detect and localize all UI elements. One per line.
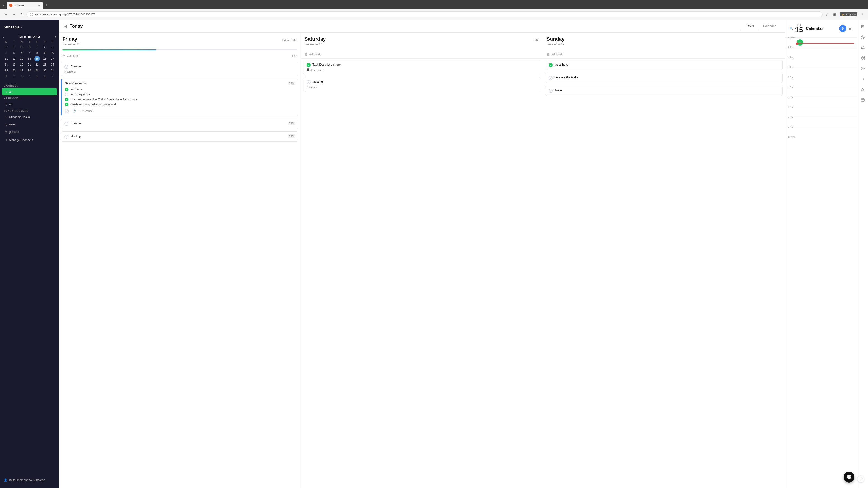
task-exercise-fri-2[interactable]: Exercise 0:15: [61, 119, 298, 129]
task-travel[interactable]: Travel: [545, 86, 782, 96]
more-icon[interactable]: ⋯: [78, 109, 81, 112]
cal-day[interactable]: 17: [50, 56, 55, 61]
task-meeting-fri[interactable]: Meeting 0:25: [61, 131, 298, 142]
cal-day[interactable]: 5: [34, 74, 40, 79]
cal-day[interactable]: 16: [42, 56, 48, 61]
cal-day[interactable]: 10: [50, 50, 55, 56]
cal-day[interactable]: 24: [50, 62, 55, 67]
task-check-travel[interactable]: [549, 89, 553, 93]
cal-day[interactable]: 6: [42, 74, 48, 79]
task-description-sat[interactable]: ✓ Task Description here ⬛ Sunsamam...: [303, 60, 540, 74]
add-task-sunday[interactable]: ⊕ Add task: [543, 51, 785, 59]
cal-day[interactable]: 22: [34, 62, 40, 67]
manage-channels-btn[interactable]: + Manage Channels: [2, 136, 57, 143]
invite-btn[interactable]: 👤 Invite someone to Sunsama: [4, 478, 55, 482]
forward-btn[interactable]: →: [11, 11, 17, 18]
cal-day-today[interactable]: 15: [34, 56, 40, 61]
cal-day[interactable]: 1: [4, 74, 9, 79]
task-check-meeting-sat[interactable]: [307, 80, 311, 84]
sidebar-item-general[interactable]: # general: [2, 128, 57, 135]
cal-day[interactable]: 3: [50, 44, 55, 50]
cal-day[interactable]: 2: [42, 44, 48, 50]
notification-icon[interactable]: [860, 44, 866, 51]
cal-day[interactable]: 30: [42, 68, 48, 73]
cal-day[interactable]: 23: [42, 62, 48, 67]
cal-day[interactable]: 14: [27, 56, 32, 61]
clock-icon[interactable]: 🕐: [72, 109, 76, 112]
cal-day[interactable]: 8: [34, 50, 40, 56]
bookmark-btn[interactable]: ☆: [825, 11, 830, 18]
cal-day[interactable]: 4: [4, 50, 9, 56]
task-check-here-tasks[interactable]: [549, 76, 553, 80]
task-check-exercise2[interactable]: [64, 122, 68, 126]
sidebar-item-sunsama-tasks[interactable]: # Sunsama Tasks: [2, 113, 57, 121]
cal-day[interactable]: 4: [27, 74, 32, 79]
tab-calendar[interactable]: Calendar: [758, 22, 780, 30]
cal-day[interactable]: 25: [4, 68, 9, 73]
cal-day[interactable]: 3: [19, 74, 24, 79]
cal-day[interactable]: 11: [4, 56, 9, 61]
add-cal-btn[interactable]: +: [857, 475, 864, 483]
cal-day[interactable]: 2: [11, 74, 17, 79]
back-btn[interactable]: ←: [3, 11, 9, 18]
sidebar-toggle-btn[interactable]: ▣: [832, 11, 838, 18]
sidebar-item-personal-all[interactable]: # all: [2, 101, 57, 108]
cal-next-btn[interactable]: ›: [55, 35, 56, 38]
subtask-check[interactable]: ✓: [65, 103, 68, 106]
reload-btn[interactable]: ↻: [19, 11, 25, 18]
cal-day[interactable]: 5: [11, 50, 17, 56]
sidebar-item-asas[interactable]: # asas: [2, 121, 57, 128]
cal-day[interactable]: 20: [19, 62, 24, 67]
task-meeting-sat[interactable]: Meeting # personal: [303, 77, 540, 91]
tab-tasks[interactable]: Tasks: [741, 22, 758, 30]
task-here-are-tasks[interactable]: here are the tasks: [545, 73, 782, 83]
cal-day[interactable]: 6: [19, 50, 24, 56]
task-check-meeting-fri[interactable]: [64, 135, 68, 139]
cal-day[interactable]: 28: [11, 44, 17, 50]
active-tab[interactable]: Sunsama ✕: [6, 2, 43, 9]
cal-day[interactable]: 7: [27, 50, 32, 56]
task-exercise-fri[interactable]: Exercise # personal: [61, 62, 298, 76]
more-btn[interactable]: ⋮: [859, 11, 865, 18]
app-grid-icon[interactable]: ⊞: [860, 23, 866, 30]
cal-prev-btn[interactable]: ‹: [3, 35, 4, 38]
task-setup-sunsama[interactable]: Setup Sunsama 0:20 ✓ Add tasks Add integ…: [61, 78, 298, 116]
cal-day[interactable]: 30: [27, 44, 32, 50]
moon-icon[interactable]: ☽: [860, 75, 866, 83]
cal-day[interactable]: 27: [19, 68, 24, 73]
sidebar-item-all[interactable]: # all: [2, 88, 57, 95]
task-check-desc[interactable]: ✓: [307, 63, 311, 67]
subtask-check[interactable]: ✓: [65, 88, 68, 91]
cal-day[interactable]: 1: [34, 44, 40, 50]
subtask-check[interactable]: [65, 93, 68, 96]
cal-day[interactable]: 31: [50, 68, 55, 73]
cal-day[interactable]: 29: [34, 68, 40, 73]
collapse-sidebar-btn[interactable]: |◀: [63, 24, 67, 28]
cal-day[interactable]: 9: [42, 50, 48, 56]
cal-day[interactable]: 27: [4, 44, 9, 50]
cal-day[interactable]: 19: [11, 62, 17, 67]
settings-icon[interactable]: [860, 65, 866, 72]
cal-day[interactable]: 7: [50, 74, 55, 79]
cal-day[interactable]: 18: [4, 62, 9, 67]
calendar-small-icon[interactable]: [860, 97, 866, 103]
address-bar[interactable]: app.sunsama.com/group/17025701040136170: [26, 11, 823, 18]
cal-zoom-icon[interactable]: 🔍: [789, 27, 793, 30]
cal-day[interactable]: 29: [19, 44, 24, 50]
new-tab-btn[interactable]: +: [43, 2, 50, 8]
setup-main-check[interactable]: [65, 109, 69, 113]
tab-back-btn[interactable]: ‹: [2, 2, 6, 8]
task-check-tasks-here[interactable]: ✓: [549, 63, 553, 67]
cal-day[interactable]: 28: [27, 68, 32, 73]
network-icon[interactable]: [860, 34, 866, 41]
search-icon[interactable]: [860, 87, 866, 93]
add-task-friday[interactable]: ⊕ Add task 1:00: [59, 52, 301, 60]
task-check-exercise-fri[interactable]: [64, 65, 68, 69]
subtask-check[interactable]: ✓: [65, 98, 68, 101]
task-tasks-here[interactable]: ✓ tasks here: [545, 60, 782, 70]
chat-fab-btn[interactable]: 💬: [844, 472, 855, 483]
cal-collapse-btn[interactable]: ▶|: [849, 26, 852, 31]
integrations-icon[interactable]: [860, 55, 866, 61]
tab-close-btn[interactable]: ✕: [38, 4, 40, 7]
cal-day[interactable]: 26: [11, 68, 17, 73]
